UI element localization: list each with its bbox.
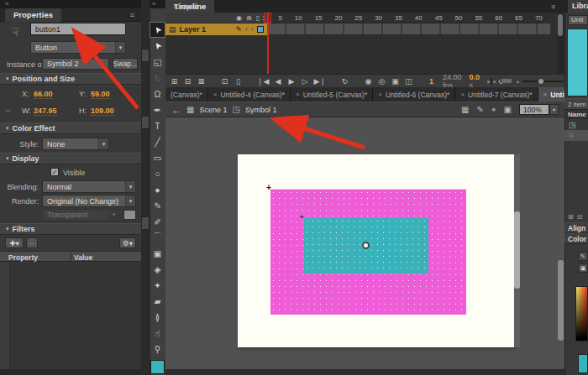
breadcrumb-scene[interactable]: Scene 1 bbox=[199, 106, 227, 114]
play-button[interactable]: ▶ bbox=[286, 76, 296, 86]
render-dropdown[interactable]: Original (No Change) ▾ bbox=[42, 195, 136, 207]
library-toolbar-icon[interactable]: ⊞ bbox=[568, 213, 574, 221]
new-layer-button[interactable]: ⊞ bbox=[170, 76, 179, 86]
layer-outline-color-swatch[interactable] bbox=[257, 26, 264, 33]
three-d-rotation-tool[interactable]: ↻ bbox=[150, 70, 165, 86]
tab-output[interactable]: Output bbox=[165, 0, 207, 13]
onion-skin-button[interactable]: ◉ bbox=[364, 76, 373, 86]
library-toolbar-icon[interactable]: ⊟ bbox=[577, 213, 583, 221]
y-value[interactable]: 59.00 bbox=[91, 90, 110, 99]
style-dropdown[interactable]: None ▾ bbox=[42, 138, 109, 150]
subselection-tool[interactable]: ➤ bbox=[150, 38, 165, 54]
filter-options-button[interactable]: ⚙▾ bbox=[119, 237, 136, 248]
scrollbar-thumb[interactable] bbox=[501, 79, 512, 83]
zoom-slider-knob[interactable] bbox=[538, 78, 544, 85]
step-forward-button[interactable]: ▷ bbox=[300, 76, 309, 86]
brush-tool[interactable]: ✐ bbox=[150, 213, 165, 229]
hand-tool[interactable]: ☝ bbox=[150, 325, 165, 341]
library-name-column-header[interactable]: Name bbox=[564, 109, 588, 119]
link-width-height-icon[interactable]: ⇔ bbox=[4, 106, 12, 114]
doc-tab-untitled-7[interactable]: × Untitled-7 (Canvas)* bbox=[455, 87, 538, 102]
loop-range-button[interactable]: ▯ bbox=[234, 76, 243, 86]
oval-primitive-tool[interactable]: ● bbox=[150, 181, 165, 197]
timeline-ruler[interactable]: 1510152025303540455055606570 bbox=[262, 13, 543, 23]
splitter-grip[interactable] bbox=[141, 216, 150, 230]
outline-layers-icon[interactable]: ▯ bbox=[256, 14, 260, 22]
x-value[interactable]: 66.00 bbox=[34, 90, 53, 99]
timeline-scrollbar-thumb[interactable] bbox=[558, 14, 563, 36]
collapse-tools-icon[interactable]: « bbox=[152, 0, 155, 8]
layer-row[interactable]: ▤ Layer 1 ✎ · · bbox=[165, 23, 267, 35]
fill-color-button[interactable]: ▣ bbox=[578, 263, 588, 273]
close-tab-icon[interactable]: × bbox=[296, 91, 300, 98]
stroke-color-button[interactable]: ✎ bbox=[578, 252, 588, 261]
lasso-tool[interactable]: Ω bbox=[150, 86, 165, 102]
doc-tab-untitled-5[interactable]: × Untitled-5 (Canvas)* bbox=[291, 87, 373, 102]
section-display[interactable]: ▾ Display bbox=[0, 153, 141, 164]
library-item-symbol[interactable]: ◳ bbox=[564, 119, 588, 130]
selection-tool[interactable]: ➤ bbox=[150, 22, 165, 38]
instance-type-dropdown[interactable]: Button ▾ bbox=[30, 41, 126, 54]
tab-properties[interactable]: Properties bbox=[5, 8, 61, 22]
scroll-left-icon[interactable]: ◀ bbox=[492, 78, 496, 85]
paint-bucket-tool[interactable]: ▣ bbox=[150, 245, 165, 261]
ink-bottle-tool[interactable]: ◈ bbox=[150, 261, 165, 277]
eyedropper-tool[interactable]: ✦ bbox=[150, 277, 165, 293]
zoom-level-field[interactable]: 100% bbox=[519, 104, 549, 115]
timeline-horizontal-scrollbar[interactable]: ◀ ▶ bbox=[491, 77, 492, 85]
h-value[interactable]: 109.00 bbox=[91, 107, 114, 116]
collapse-panels-icon[interactable]: « bbox=[5, 0, 8, 8]
bone-tool[interactable]: ⌒ bbox=[150, 229, 165, 245]
stage-scrollbar-thumb[interactable] bbox=[514, 211, 520, 289]
center-frame-button[interactable]: ⊡ bbox=[220, 76, 229, 86]
current-color-swatch[interactable] bbox=[578, 354, 588, 373]
splitter-grip[interactable] bbox=[141, 116, 150, 129]
color-spectrum[interactable] bbox=[575, 286, 588, 341]
panel-menu-icon[interactable]: ≡ bbox=[130, 11, 134, 19]
free-transform-tool[interactable]: ◱ bbox=[150, 54, 165, 70]
dock-scrollbar-thumb[interactable] bbox=[558, 260, 564, 341]
breadcrumb-symbol[interactable]: Symbol 1 bbox=[245, 106, 277, 114]
pencil-tool[interactable]: ✎ bbox=[150, 197, 165, 213]
zoom-tool[interactable]: ⚲ bbox=[150, 341, 165, 357]
back-button[interactable]: ← bbox=[171, 104, 181, 116]
close-tab-icon[interactable]: × bbox=[543, 91, 548, 98]
oval-tool[interactable]: ○ bbox=[150, 165, 165, 181]
fill-color-swatch[interactable] bbox=[150, 360, 165, 374]
timeline-menu-icon[interactable]: ≡ bbox=[551, 3, 555, 11]
center-stage-button[interactable]: ⌖ bbox=[491, 105, 496, 115]
close-tab-icon[interactable]: × bbox=[213, 91, 218, 98]
zoom-dropdown-icon[interactable]: ▾ bbox=[549, 104, 559, 115]
doc-tab-untitled-6[interactable]: × Untitled-6 (Canvas)* bbox=[373, 87, 455, 102]
playhead-line[interactable] bbox=[267, 13, 269, 74]
instance-name-input[interactable]: button1 bbox=[30, 23, 126, 35]
close-tab-icon[interactable]: × bbox=[460, 91, 465, 98]
splitter-grip[interactable] bbox=[141, 49, 150, 62]
loop-button[interactable]: ↻ bbox=[340, 76, 349, 86]
show-hide-layers-icon[interactable]: ◉ bbox=[236, 14, 242, 22]
transformation-point[interactable] bbox=[362, 242, 370, 249]
layer-name[interactable]: Layer 1 bbox=[180, 25, 207, 34]
new-folder-button[interactable]: ⊟ bbox=[183, 76, 192, 86]
edit-scene-button[interactable]: ▦ bbox=[461, 105, 469, 114]
line-tool[interactable]: ╱ bbox=[150, 133, 165, 149]
rectangle-tool[interactable]: ▭ bbox=[150, 149, 165, 165]
zoom-slider-track[interactable] bbox=[522, 81, 566, 82]
step-back-button[interactable]: ◀ bbox=[273, 76, 282, 86]
tab-align[interactable]: Align bbox=[564, 222, 588, 233]
modify-markers-button[interactable]: ◫ bbox=[404, 76, 413, 86]
zoom-out-icon[interactable]: ▴ bbox=[517, 78, 519, 84]
onion-outlines-button[interactable]: ◎ bbox=[377, 76, 386, 86]
doc-tab-untitled-4[interactable]: × Untitled-4 (Canvas)* bbox=[208, 87, 291, 102]
remove-filter-button[interactable]: − bbox=[26, 237, 38, 248]
section-filters[interactable]: ▾ Filters bbox=[0, 223, 141, 235]
instance-of-field[interactable]: Symbol 2 bbox=[42, 58, 109, 70]
delete-layer-button[interactable]: ⊠ bbox=[197, 76, 206, 86]
go-last-frame-button[interactable]: ▶❘ bbox=[313, 76, 325, 86]
lock-layers-icon[interactable]: ⋒ bbox=[246, 14, 252, 22]
section-position-size[interactable]: ▾ Position and Size bbox=[0, 73, 141, 85]
library-item-button[interactable]: ☟ bbox=[564, 130, 588, 141]
blending-dropdown[interactable]: Normal ▾ bbox=[42, 180, 136, 193]
tab-color[interactable]: Color bbox=[564, 233, 588, 244]
layer-visible-dot[interactable]: · bbox=[245, 25, 248, 34]
